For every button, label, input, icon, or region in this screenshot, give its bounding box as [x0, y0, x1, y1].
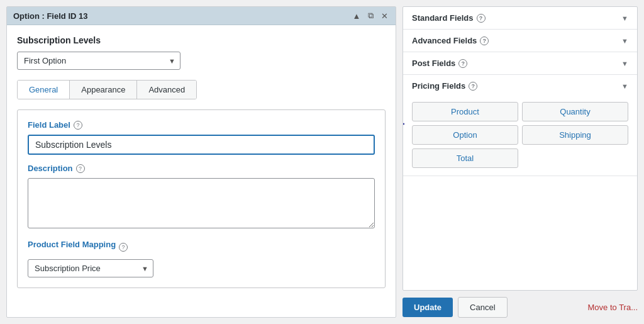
panel-title: Option : Field ID 13 — [13, 11, 87, 21]
field-label-input[interactable] — [28, 135, 375, 155]
pricing-fields-section: Pricing Fields ? ▼ Product Qu — [403, 75, 637, 176]
panel-title-bar-left: Option : Field ID 13 — [13, 11, 87, 21]
product-field-btn[interactable]: Product — [412, 102, 518, 121]
description-help-icon[interactable]: ? — [76, 164, 85, 173]
fields-panel: Standard Fields ? ▼ Advanced Fields ? ▼ … — [402, 6, 638, 291]
product-mapping-row: Product Field Mapping ? — [28, 240, 375, 254]
panel-title-icons: ▲ ⧉ ✕ — [352, 11, 389, 21]
option-field-btn[interactable]: Option — [412, 125, 518, 145]
tab-general[interactable]: General — [18, 81, 70, 99]
close-icon[interactable]: ✕ — [379, 11, 389, 21]
advanced-fields-section: Advanced Fields ? ▼ — [403, 30, 637, 52]
standard-fields-title: Standard Fields ? — [412, 13, 486, 23]
description-label: Description — [28, 164, 73, 173]
tab-advanced[interactable]: Advanced — [137, 81, 196, 99]
quantity-field-btn[interactable]: Quantity — [522, 102, 628, 121]
description-textarea[interactable] — [28, 178, 375, 228]
tab-appearance[interactable]: Appearance — [70, 81, 137, 99]
pricing-fields-title: Pricing Fields ? — [412, 81, 477, 91]
subscription-levels-dropdown-wrapper: First Option ▼ — [17, 52, 180, 70]
mapping-dropdown-wrapper: Subscription Price ▼ — [28, 259, 153, 277]
field-label-title: Field Label — [28, 120, 70, 130]
subscription-levels-select[interactable]: First Option — [17, 52, 180, 70]
pricing-fields-help-icon[interactable]: ? — [469, 82, 477, 91]
product-mapping-select[interactable]: Subscription Price — [28, 259, 153, 277]
standard-fields-help-icon[interactable]: ? — [477, 14, 486, 23]
advanced-fields-help-icon[interactable]: ? — [480, 36, 489, 45]
shipping-field-btn[interactable]: Shipping — [522, 125, 628, 145]
advanced-fields-header[interactable]: Advanced Fields ? ▼ — [403, 30, 637, 52]
post-fields-header[interactable]: Post Fields ? ▼ — [403, 52, 637, 74]
tabs-bar: General Appearance Advanced — [17, 80, 197, 99]
advanced-fields-chevron-icon: ▼ — [621, 37, 628, 45]
post-fields-chevron-icon: ▼ — [621, 60, 628, 67]
left-panel: Option : Field ID 13 ▲ ⧉ ✕ Subscription … — [6, 6, 396, 318]
update-button[interactable]: Update — [402, 298, 453, 317]
pricing-fields-chevron-icon: ▼ — [621, 82, 628, 90]
right-panel: Standard Fields ? ▼ Advanced Fields ? ▼ … — [396, 0, 644, 324]
pricing-fields-grid-wrapper: Product Quantity Option Shipping Total — [403, 97, 637, 176]
total-field-btn[interactable]: Total — [412, 148, 518, 168]
description-label-row: Description ? — [28, 164, 375, 173]
collapse-icon[interactable]: ▲ — [352, 11, 362, 21]
product-mapping-help-icon[interactable]: ? — [119, 243, 128, 252]
post-fields-section: Post Fields ? ▼ — [403, 52, 637, 75]
standard-fields-section: Standard Fields ? ▼ — [403, 7, 637, 30]
copy-icon[interactable]: ⧉ — [365, 11, 375, 21]
cancel-button[interactable]: Cancel — [458, 297, 507, 318]
standard-fields-header[interactable]: Standard Fields ? ▼ — [403, 7, 637, 29]
general-tab-content: Field Label ? Description ? Product Fiel… — [17, 109, 386, 288]
panel-body: Subscription Levels First Option ▼ Gener… — [7, 25, 396, 317]
move-to-trash-button[interactable]: Move to Tra... — [588, 303, 638, 312]
field-label-row: Field Label ? — [28, 120, 375, 130]
pricing-fields-grid: Product Quantity Option Shipping Total — [403, 97, 637, 176]
panel-title-bar: Option : Field ID 13 ▲ ⧉ ✕ — [7, 7, 396, 25]
standard-fields-chevron-icon: ▼ — [621, 14, 628, 22]
field-label-help-icon[interactable]: ? — [74, 121, 82, 130]
subscription-levels-label: Subscription Levels — [17, 35, 386, 45]
advanced-fields-title: Advanced Fields ? — [412, 36, 489, 45]
product-mapping-title: Product Field Mapping — [28, 240, 116, 249]
action-bar: Update Cancel Move to Tra... — [402, 291, 638, 318]
pricing-fields-header[interactable]: Pricing Fields ? ▼ — [403, 75, 637, 97]
post-fields-help-icon[interactable]: ? — [458, 59, 467, 68]
post-fields-title: Post Fields ? — [412, 59, 467, 68]
